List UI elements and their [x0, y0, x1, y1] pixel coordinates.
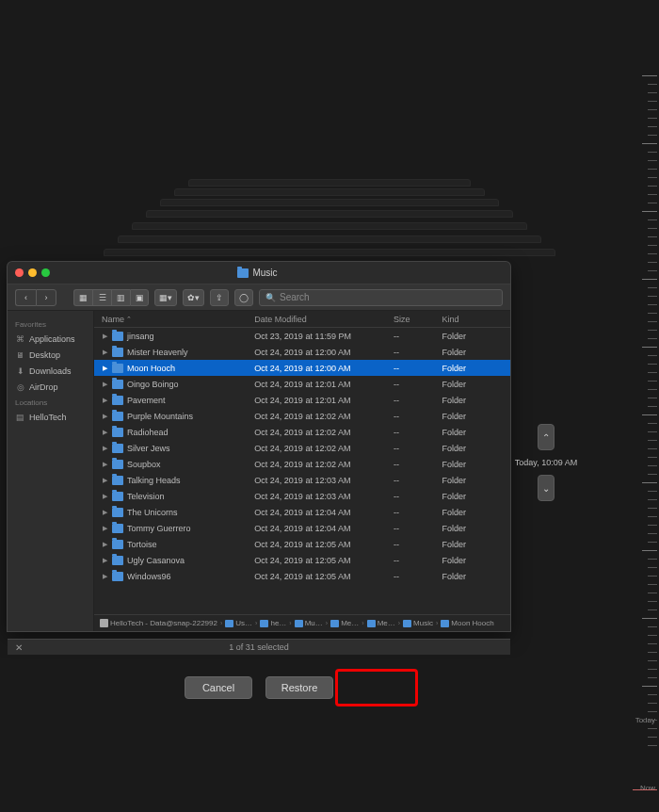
disclosure-icon[interactable]: ▶: [102, 557, 108, 564]
row-kind: Folder: [442, 524, 505, 533]
table-row[interactable]: ▶jinsangOct 23, 2019 at 11:59 PM--Folder: [94, 328, 510, 344]
row-size: --: [394, 572, 442, 581]
timeline-tick: [648, 703, 657, 704]
table-row[interactable]: ▶Windows96Oct 24, 2019 at 12:05 AM--Fold…: [94, 568, 510, 584]
timeline-tick: [648, 559, 657, 560]
timeline-tick: [648, 533, 657, 534]
path-segment[interactable]: Us…: [225, 619, 252, 627]
search-input[interactable]: 🔍 Search: [259, 289, 503, 306]
disclosure-icon[interactable]: ▶: [102, 509, 108, 516]
table-row[interactable]: ▶Purple MountainsOct 24, 2019 at 12:02 A…: [94, 408, 510, 424]
row-kind: Folder: [442, 348, 505, 357]
table-row[interactable]: ▶Mister HeavenlyOct 24, 2019 at 12:00 AM…: [94, 344, 510, 360]
disclosure-icon[interactable]: ▶: [102, 525, 108, 532]
disclosure-icon[interactable]: ▶: [102, 365, 108, 372]
back-button[interactable]: ‹: [15, 289, 36, 306]
timeline-tick: [648, 474, 657, 475]
table-row[interactable]: ▶The UnicornsOct 24, 2019 at 12:04 AM--F…: [94, 504, 510, 520]
timeline-tick: [648, 109, 657, 110]
timeline-up-button[interactable]: ⌃: [538, 424, 555, 450]
timeline-tick: [648, 601, 657, 602]
timeline-tick: [648, 593, 657, 593]
disclosure-icon[interactable]: ▶: [102, 573, 108, 580]
sidebar-item-applications[interactable]: ⌘Applications: [11, 331, 89, 347]
sidebar-item-label: Downloads: [29, 366, 72, 376]
row-size: --: [394, 380, 442, 389]
row-size: --: [394, 332, 442, 341]
minimize-icon[interactable]: [28, 268, 37, 277]
row-name: Ugly Casanova: [127, 556, 185, 565]
disclosure-icon[interactable]: ▶: [102, 493, 108, 500]
sidebar-item-downloads[interactable]: ⬇Downloads: [11, 363, 89, 379]
gallery-view-button[interactable]: ▣: [130, 289, 149, 306]
table-row[interactable]: ▶PavementOct 24, 2019 at 12:01 AM--Folde…: [94, 392, 510, 408]
timeline-tick: [642, 618, 657, 619]
folder-icon: [112, 444, 123, 453]
disclosure-icon[interactable]: ▶: [102, 413, 108, 420]
timeline-tick: [648, 118, 657, 119]
row-kind: Folder: [442, 572, 505, 581]
disclosure-icon[interactable]: ▶: [102, 429, 108, 436]
list-view-button[interactable]: ☰: [92, 289, 111, 306]
sidebar-item-desktop[interactable]: 🖥Desktop: [11, 347, 89, 363]
zoom-icon[interactable]: [41, 268, 50, 277]
disclosure-icon[interactable]: ▶: [102, 445, 108, 452]
timeline-tick: [648, 499, 657, 500]
path-segment[interactable]: Mu…: [295, 619, 323, 627]
table-row[interactable]: ▶Moon HoochOct 24, 2019 at 12:00 AM--Fol…: [94, 360, 510, 376]
table-row[interactable]: ▶TelevisionOct 24, 2019 at 12:03 AM--Fol…: [94, 488, 510, 504]
table-row[interactable]: ▶TortoiseOct 24, 2019 at 12:05 AM--Folde…: [94, 536, 510, 552]
timeline-tick: [648, 160, 657, 161]
column-view-button[interactable]: ▥: [111, 289, 130, 306]
action-button[interactable]: ✿▾: [183, 289, 204, 306]
row-name: Mister Heavenly: [127, 348, 188, 357]
row-size: --: [394, 540, 442, 549]
disclosure-icon[interactable]: ▶: [102, 477, 108, 484]
cancel-button[interactable]: Cancel: [185, 676, 252, 699]
table-row[interactable]: ▶SoupboxOct 24, 2019 at 12:02 AM--Folder: [94, 456, 510, 472]
path-segment[interactable]: Me…: [367, 619, 395, 627]
icon-view-button[interactable]: ▦: [73, 289, 92, 306]
row-size: --: [394, 492, 442, 501]
path-segment[interactable]: Music: [403, 619, 433, 627]
disclosure-icon[interactable]: ▶: [102, 461, 108, 468]
table-row[interactable]: ▶Tommy GuerreroOct 24, 2019 at 12:04 AM-…: [94, 520, 510, 536]
timeline-tick: [648, 669, 657, 670]
row-kind: Folder: [442, 508, 505, 517]
table-row[interactable]: ▶Talking HeadsOct 24, 2019 at 12:03 AM--…: [94, 472, 510, 488]
table-row[interactable]: ▶RadioheadOct 24, 2019 at 12:02 AM--Fold…: [94, 424, 510, 440]
table-row[interactable]: ▶Oingo BoingoOct 24, 2019 at 12:01 AM--F…: [94, 376, 510, 392]
table-row[interactable]: ▶Silver JewsOct 24, 2019 at 12:02 AM--Fo…: [94, 440, 510, 456]
sidebar-item-hellotech[interactable]: ▤HelloTech: [11, 409, 89, 425]
titlebar[interactable]: Music: [8, 262, 510, 284]
timeline-down-button[interactable]: ⌄: [538, 475, 555, 501]
forward-button[interactable]: ›: [36, 289, 56, 306]
path-segment[interactable]: Moon Hooch: [441, 619, 493, 627]
column-headers[interactable]: Name⌃ Date Modified Size Kind: [94, 311, 510, 328]
close-status-icon[interactable]: ✕: [15, 642, 23, 653]
share-button[interactable]: ⇪: [210, 289, 229, 306]
close-icon[interactable]: [15, 268, 24, 277]
path-segment[interactable]: he…: [260, 619, 286, 627]
sidebar-item-label: HelloTech: [29, 413, 67, 422]
row-kind: Folder: [442, 492, 505, 501]
status-bar: ✕ 1 of 31 selected: [8, 639, 510, 655]
disclosure-icon[interactable]: ▶: [102, 541, 108, 548]
timeline-now-marker[interactable]: [633, 789, 657, 790]
path-segment[interactable]: HelloTech - Data@snap-222992: [100, 619, 217, 627]
path-bar[interactable]: HelloTech - Data@snap-222992›Us…›he…›Mu……: [94, 614, 510, 631]
restore-button[interactable]: Restore: [265, 676, 333, 699]
timeline[interactable]: Today Now: [631, 38, 659, 791]
disclosure-icon[interactable]: ▶: [102, 381, 108, 388]
table-row[interactable]: ▶Ugly CasanovaOct 24, 2019 at 12:05 AM--…: [94, 552, 510, 568]
timeline-tick: [648, 101, 657, 102]
arrange-button[interactable]: ▦▾: [154, 289, 177, 306]
timeline-tick: [648, 643, 657, 644]
timeline-tick: [648, 694, 657, 695]
sidebar-item-airdrop[interactable]: ◎AirDrop: [11, 379, 89, 395]
disclosure-icon[interactable]: ▶: [102, 349, 108, 356]
disclosure-icon[interactable]: ▶: [102, 333, 108, 340]
disclosure-icon[interactable]: ▶: [102, 397, 108, 404]
path-segment[interactable]: Me…: [330, 619, 359, 627]
tags-button[interactable]: ◯: [234, 289, 253, 306]
